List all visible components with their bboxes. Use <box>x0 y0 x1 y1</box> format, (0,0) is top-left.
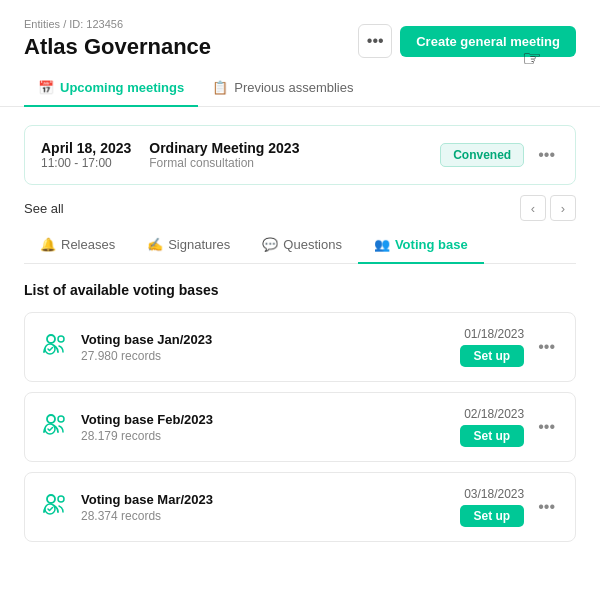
users-icon: 👥 <box>374 237 390 252</box>
breadcrumb: Entities / ID: 123456 <box>24 18 211 30</box>
voting-section-title: List of available voting bases <box>24 282 576 298</box>
setup-button-0[interactable]: Set up <box>460 345 525 367</box>
setup-button-1[interactable]: Set up <box>460 425 525 447</box>
tab-voting-base[interactable]: 👥 Voting base <box>358 227 484 264</box>
voting-card-left-2: Voting base Mar/2023 28.374 records <box>41 490 213 524</box>
voting-card-right-2: 03/18/2023 Set up ••• <box>460 487 559 527</box>
voting-card-1: Voting base Feb/2023 28.179 records 02/1… <box>24 392 576 462</box>
chat-icon: 💬 <box>262 237 278 252</box>
voting-date-setup-1: 02/18/2023 Set up <box>460 407 525 447</box>
pen-icon: ✍️ <box>147 237 163 252</box>
prev-arrow-button[interactable]: ‹ <box>520 195 546 221</box>
voting-date-0: 01/18/2023 <box>460 327 525 341</box>
voting-card-right-1: 02/18/2023 Set up ••• <box>460 407 559 447</box>
meeting-subtitle: Formal consultation <box>149 156 299 170</box>
meeting-date: April 18, 2023 <box>41 140 131 156</box>
svg-point-7 <box>58 496 64 502</box>
meeting-mid: Ordinary Meeting 2023 Formal consultatio… <box>131 140 299 170</box>
setup-button-2[interactable]: Set up <box>460 505 525 527</box>
voting-records-0: 27.980 records <box>81 349 212 363</box>
meeting-more-button[interactable]: ••• <box>534 144 559 166</box>
voting-users-icon-0 <box>41 330 69 364</box>
voting-info-2: Voting base Mar/2023 28.374 records <box>81 492 213 523</box>
nav-arrows: ‹ › <box>520 195 576 221</box>
voting-name-1: Voting base Feb/2023 <box>81 412 213 427</box>
header-actions: ••• Create general meeting <box>358 24 576 58</box>
sub-tabs: 🔔 Releases ✍️ Signatures 💬 Questions 👥 V… <box>24 227 576 264</box>
voting-card-left-1: Voting base Feb/2023 28.179 records <box>41 410 213 444</box>
voting-users-icon-2 <box>41 490 69 524</box>
voting-users-icon-1 <box>41 410 69 444</box>
voting-more-button-2[interactable]: ••• <box>534 496 559 518</box>
tab-questions[interactable]: 💬 Questions <box>246 227 358 264</box>
voting-card-0: Voting base Jan/2023 27.980 records 01/1… <box>24 312 576 382</box>
voting-date-setup-2: 03/18/2023 Set up <box>460 487 525 527</box>
page-title: Atlas Governance <box>24 34 211 60</box>
svg-point-1 <box>58 336 64 342</box>
voting-info-0: Voting base Jan/2023 27.980 records <box>81 332 212 363</box>
meeting-left: April 18, 2023 11:00 - 17:00 Ordinary Me… <box>41 140 299 170</box>
tab-previous-assemblies[interactable]: 📋 Previous assemblies <box>198 70 367 107</box>
main-tabs: 📅 Upcoming meetings 📋 Previous assemblie… <box>0 70 600 107</box>
voting-name-2: Voting base Mar/2023 <box>81 492 213 507</box>
voting-more-button-1[interactable]: ••• <box>534 416 559 438</box>
convened-badge: Convened <box>440 143 524 167</box>
voting-name-0: Voting base Jan/2023 <box>81 332 212 347</box>
svg-point-4 <box>58 416 64 422</box>
create-general-meeting-button[interactable]: Create general meeting <box>400 26 576 57</box>
bell-icon: 🔔 <box>40 237 56 252</box>
voting-info-1: Voting base Feb/2023 28.179 records <box>81 412 213 443</box>
voting-records-2: 28.374 records <box>81 509 213 523</box>
clipboard-icon: 📋 <box>212 80 228 95</box>
voting-date-1: 02/18/2023 <box>460 407 525 421</box>
svg-point-3 <box>47 415 55 423</box>
meeting-right: Convened ••• <box>440 143 559 167</box>
header-left: Entities / ID: 123456 Atlas Governance <box>24 18 211 60</box>
tab-upcoming-meetings[interactable]: 📅 Upcoming meetings <box>24 70 198 107</box>
voting-date-setup-0: 01/18/2023 Set up <box>460 327 525 367</box>
calendar-icon: 📅 <box>38 80 54 95</box>
voting-records-1: 28.179 records <box>81 429 213 443</box>
svg-point-6 <box>47 495 55 503</box>
tab-signatures[interactable]: ✍️ Signatures <box>131 227 246 264</box>
next-arrow-button[interactable]: › <box>550 195 576 221</box>
tab-releases[interactable]: 🔔 Releases <box>24 227 131 264</box>
meeting-time: 11:00 - 17:00 <box>41 156 131 170</box>
more-button[interactable]: ••• <box>358 24 392 58</box>
see-all-row: See all ‹ › <box>24 195 576 221</box>
svg-point-0 <box>47 335 55 343</box>
voting-date-2: 03/18/2023 <box>460 487 525 501</box>
see-all-link[interactable]: See all <box>24 201 64 216</box>
voting-more-button-0[interactable]: ••• <box>534 336 559 358</box>
meeting-date-time: April 18, 2023 11:00 - 17:00 <box>41 140 131 170</box>
voting-card-right-0: 01/18/2023 Set up ••• <box>460 327 559 367</box>
voting-card-2: Voting base Mar/2023 28.374 records 03/1… <box>24 472 576 542</box>
main-content: April 18, 2023 11:00 - 17:00 Ordinary Me… <box>0 107 600 570</box>
meeting-title: Ordinary Meeting 2023 <box>149 140 299 156</box>
meeting-card: April 18, 2023 11:00 - 17:00 Ordinary Me… <box>24 125 576 185</box>
page-header: Entities / ID: 123456 Atlas Governance •… <box>0 0 600 70</box>
voting-card-left-0: Voting base Jan/2023 27.980 records <box>41 330 212 364</box>
